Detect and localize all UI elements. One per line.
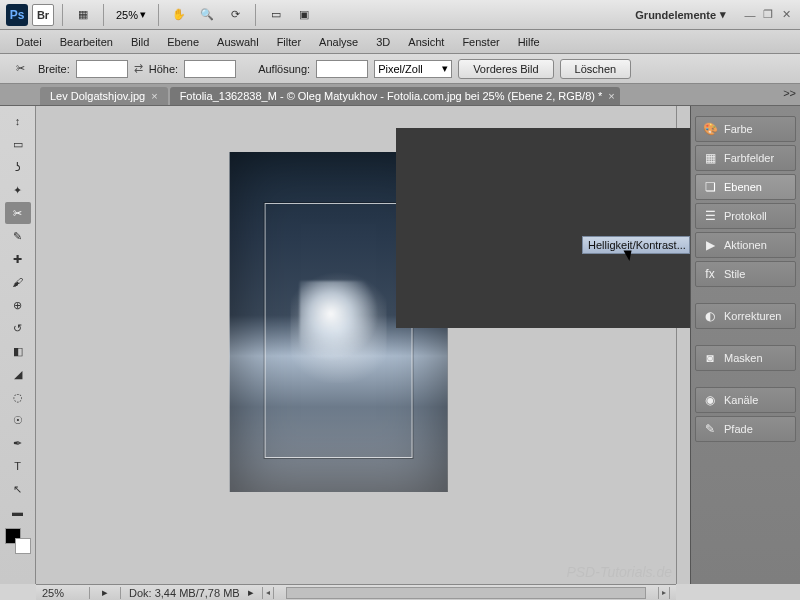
paths-icon: ✎ (702, 421, 718, 437)
arrange-docs-icon[interactable]: ▭ (264, 3, 288, 27)
panel-kanaele[interactable]: ◉ Kanäle (695, 387, 796, 413)
height-label: Höhe: (149, 63, 178, 75)
photoshop-logo-icon: Ps (6, 4, 28, 26)
screen-mode-icon[interactable]: ▣ (292, 3, 316, 27)
menu-item-brightness-contrast[interactable]: Helligkeit/Kontrast... (582, 236, 690, 254)
unit-dropdown[interactable]: Pixel/Zoll ▾ (374, 60, 452, 78)
launch-bridge-icon[interactable]: ▦ (71, 3, 95, 27)
dodge-tool-icon[interactable]: ☉ (5, 409, 31, 431)
workspace-dropdown[interactable]: Grundelemente ▾ (627, 6, 734, 23)
resolution-input[interactable] (316, 60, 368, 78)
menu-fenster[interactable]: Fenster (454, 34, 507, 50)
menu-bearbeiten[interactable]: Bearbeiten (52, 34, 121, 50)
width-input[interactable] (76, 60, 128, 78)
height-input[interactable] (184, 60, 236, 78)
type-tool-icon[interactable]: T (5, 455, 31, 477)
unit-value: Pixel/Zoll (378, 63, 423, 75)
scroll-left-icon[interactable]: ◂ (262, 587, 274, 599)
document-tabs: Lev Dolgatshjov.jpg × Fotolia_1362838_M … (0, 84, 800, 106)
menu-hilfe[interactable]: Hilfe (510, 34, 548, 50)
horizontal-scrollbar[interactable] (286, 587, 646, 599)
close-icon[interactable]: × (151, 90, 157, 102)
panels-dock: 🎨 Farbe ▦ Farbfelder ❏ Ebenen ☰ Protokol… (690, 106, 800, 584)
close-icon[interactable]: × (608, 90, 614, 102)
panel-farbe[interactable]: 🎨 Farbe (695, 116, 796, 142)
zoom-tool-icon[interactable]: 🔍 (195, 3, 219, 27)
swap-dims-icon[interactable]: ⇄ (134, 62, 143, 75)
magic-wand-tool-icon[interactable]: ✦ (5, 179, 31, 201)
menu-ebene[interactable]: Ebene (159, 34, 207, 50)
panel-korrekturen[interactable]: ◐ Korrekturen (695, 303, 796, 329)
width-label: Breite: (38, 63, 70, 75)
gradient-tool-icon[interactable]: ◢ (5, 363, 31, 385)
move-tool-icon[interactable]: ↕ (5, 110, 31, 132)
panel-pfade[interactable]: ✎ Pfade (695, 416, 796, 442)
path-select-tool-icon[interactable]: ↖ (5, 478, 31, 500)
masks-icon: ◙ (702, 350, 718, 366)
status-flyout-icon[interactable]: ▸ (98, 587, 112, 599)
document-tab[interactable]: Fotolia_1362838_M - © Oleg Matyukhov - F… (170, 87, 620, 105)
panel-label: Korrekturen (724, 310, 781, 322)
close-button[interactable]: ✕ (778, 7, 794, 23)
restore-button[interactable]: ❐ (760, 7, 776, 23)
menu-analyse[interactable]: Analyse (311, 34, 366, 50)
eraser-tool-icon[interactable]: ◧ (5, 340, 31, 362)
panel-label: Farbfelder (724, 152, 774, 164)
document-tab[interactable]: Lev Dolgatshjov.jpg × (40, 87, 168, 105)
scroll-right-icon[interactable]: ▸ (658, 587, 670, 599)
crop-tool-icon[interactable]: ✂ (5, 202, 31, 224)
history-icon: ☰ (702, 208, 718, 224)
stamp-tool-icon[interactable]: ⊕ (5, 294, 31, 316)
workspace-label: Grundelemente (635, 9, 716, 21)
rotate-view-icon[interactable]: ⟳ (223, 3, 247, 27)
menu-bar: Datei Bearbeiten Bild Ebene Auswahl Filt… (0, 30, 800, 54)
panel-label: Ebenen (724, 181, 762, 193)
adjustment-popup-panel[interactable] (396, 128, 690, 328)
menu-bild[interactable]: Bild (123, 34, 157, 50)
menu-filter[interactable]: Filter (269, 34, 309, 50)
styles-icon: fx (702, 266, 718, 282)
clear-button[interactable]: Löschen (560, 59, 632, 79)
swatches-icon: ▦ (702, 150, 718, 166)
panel-protokoll[interactable]: ☰ Protokoll (695, 203, 796, 229)
zoom-level-value: 25% (116, 9, 138, 21)
bridge-logo-icon[interactable]: Br (32, 4, 54, 26)
marquee-tool-icon[interactable]: ▭ (5, 133, 31, 155)
menu-ansicht[interactable]: Ansicht (400, 34, 452, 50)
shape-tool-icon[interactable]: ▬ (5, 501, 31, 523)
minimize-button[interactable]: — (742, 7, 758, 23)
panel-label: Kanäle (724, 394, 758, 406)
panel-masken[interactable]: ◙ Masken (695, 345, 796, 371)
channels-icon: ◉ (702, 392, 718, 408)
panel-stile[interactable]: fx Stile (695, 261, 796, 287)
zoom-level-dropdown[interactable]: 25% ▾ (112, 6, 150, 23)
pen-tool-icon[interactable]: ✒ (5, 432, 31, 454)
history-brush-tool-icon[interactable]: ↺ (5, 317, 31, 339)
eyedropper-tool-icon[interactable]: ✎ (5, 225, 31, 247)
panel-ebenen[interactable]: ❏ Ebenen (695, 174, 796, 200)
menu-datei[interactable]: Datei (8, 34, 50, 50)
crop-tool-indicator-icon[interactable]: ✂ (8, 57, 32, 81)
color-swatches[interactable] (5, 528, 31, 554)
adjustments-icon: ◐ (702, 308, 718, 324)
panel-aktionen[interactable]: ▶ Aktionen (695, 232, 796, 258)
menu-auswahl[interactable]: Auswahl (209, 34, 267, 50)
front-image-button[interactable]: Vorderes Bild (458, 59, 553, 79)
hand-tool-icon[interactable]: ✋ (167, 3, 191, 27)
background-color-icon[interactable] (15, 538, 31, 554)
app-top-bar: Ps Br ▦ 25% ▾ ✋ 🔍 ⟳ ▭ ▣ Grundelemente ▾ … (0, 0, 800, 30)
lasso-tool-icon[interactable]: ʖ (5, 156, 31, 178)
panel-farbfelder[interactable]: ▦ Farbfelder (695, 145, 796, 171)
tools-panel: ↕ ▭ ʖ ✦ ✂ ✎ ✚ 🖌 ⊕ ↺ ◧ ◢ ◌ ☉ ✒ T ↖ ▬ (0, 106, 36, 584)
blur-tool-icon[interactable]: ◌ (5, 386, 31, 408)
chevron-icon[interactable]: ▸ (248, 586, 254, 599)
tabs-overflow-button[interactable]: >> (783, 87, 796, 99)
menu-3d[interactable]: 3D (368, 34, 398, 50)
healing-brush-tool-icon[interactable]: ✚ (5, 248, 31, 270)
status-zoom-field[interactable]: 25% (42, 587, 90, 599)
crop-selection-rect[interactable] (264, 203, 412, 458)
tab-title: Fotolia_1362838_M - © Oleg Matyukhov - F… (180, 90, 603, 102)
panel-label: Aktionen (724, 239, 767, 251)
layers-icon: ❏ (702, 179, 718, 195)
brush-tool-icon[interactable]: 🖌 (5, 271, 31, 293)
